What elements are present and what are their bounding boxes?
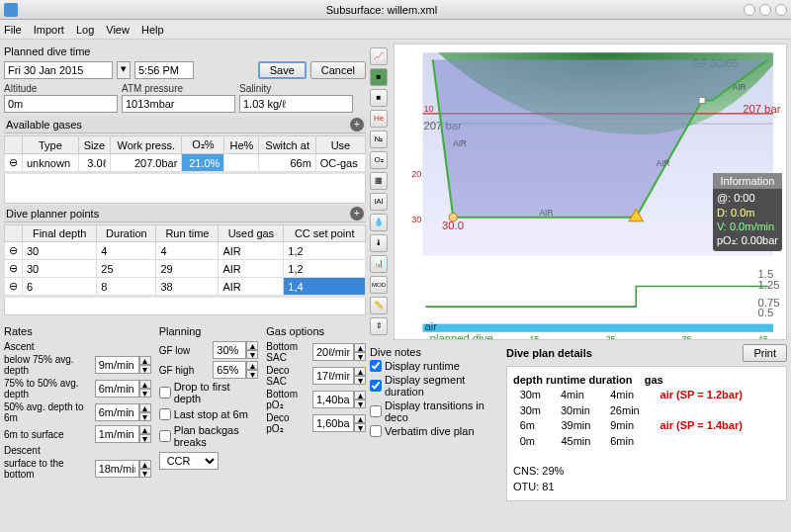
tool-tissues-icon[interactable]: lAl	[370, 193, 388, 211]
disp-runtime-checkbox[interactable]	[370, 360, 382, 372]
tool-pn2-icon[interactable]: ■	[370, 89, 388, 107]
table-row[interactable]: ⊖302529AIR1,2	[5, 260, 366, 278]
th-size[interactable]: Size	[78, 136, 111, 154]
rate4-input[interactable]	[95, 425, 139, 443]
th-gas[interactable]: Used gas	[219, 225, 284, 242]
rate2-input[interactable]	[95, 380, 139, 398]
ascent-label: Ascent	[4, 341, 151, 352]
svg-text:15: 15	[529, 334, 539, 339]
svg-text:0.5: 0.5	[758, 307, 774, 318]
mode-select[interactable]: CCR	[159, 452, 219, 470]
svg-text:AIR: AIR	[733, 83, 747, 92]
chart-toolbar: 📈 ■ ■ He N₂ O₂ ▦ lAl 💧 🌡 📊 MOD 📏 ⇕	[370, 44, 390, 340]
th-wp[interactable]: Work press.	[111, 136, 182, 154]
menu-file[interactable]: File	[4, 24, 22, 36]
save-button[interactable]: Save	[258, 61, 307, 79]
th-o2[interactable]: O₂%	[182, 136, 224, 154]
add-gas-button[interactable]: +	[350, 118, 364, 132]
bsac-input[interactable]	[312, 343, 354, 361]
rate5-label: surface to the bottom	[4, 458, 91, 480]
rate3-label: 50% avg. depth to 6m	[4, 401, 91, 423]
tool-mod-icon[interactable]: MOD	[370, 276, 388, 294]
menu-import[interactable]: Import	[34, 24, 64, 36]
th-cc[interactable]: CC set point	[284, 225, 366, 242]
table-row[interactable]: ⊖ unknown 3.0ℓ 207.0bar 21.0% 66m OC-gas	[5, 154, 366, 172]
bpo2-input[interactable]	[312, 391, 354, 408]
delete-row-icon[interactable]: ⊖	[5, 242, 23, 260]
th-he[interactable]: He%	[224, 136, 259, 154]
delete-row-icon[interactable]: ⊖	[5, 154, 23, 172]
th-switch[interactable]: Switch at	[259, 136, 315, 154]
th-depth[interactable]: Final depth	[23, 225, 97, 242]
th-dur[interactable]: Duration	[97, 225, 156, 242]
svg-rect-23	[422, 324, 773, 332]
gflow-input[interactable]	[213, 341, 246, 359]
dive-profile-chart[interactable]: GF 30/65 10 207 bar 207 bar 20 30 30.0 A…	[394, 44, 787, 340]
svg-text:45: 45	[758, 334, 768, 339]
descent-label: Descent	[4, 445, 151, 456]
disp-transitions-checkbox[interactable]	[370, 405, 382, 417]
menu-log[interactable]: Log	[76, 24, 94, 36]
svg-text:AIR: AIR	[540, 209, 554, 218]
delete-row-icon[interactable]: ⊖	[5, 278, 23, 296]
bpo2-label: Bottom pO₂	[266, 389, 308, 410]
cancel-button[interactable]: Cancel	[310, 61, 366, 79]
th-type[interactable]: Type	[23, 136, 79, 154]
svg-text:30.0: 30.0	[442, 220, 464, 231]
maximize-icon[interactable]	[759, 4, 771, 16]
tool-o2-icon[interactable]: O₂	[370, 151, 388, 169]
delete-row-icon[interactable]: ⊖	[5, 260, 23, 278]
th-use[interactable]: Use	[315, 136, 365, 154]
tool-hr-icon[interactable]: 💧	[370, 214, 388, 231]
tool-phe-icon[interactable]: He	[370, 110, 388, 128]
table-row[interactable]: ⊖3044AIR1,2	[5, 242, 366, 260]
app-icon	[4, 3, 18, 17]
svg-text:10: 10	[423, 104, 433, 114]
rate1-input[interactable]	[95, 356, 139, 374]
tool-ruler-icon[interactable]: 📏	[370, 297, 388, 314]
backgas-checkbox[interactable]	[159, 430, 171, 442]
svg-text:207 bar: 207 bar	[743, 103, 781, 115]
verbatim-checkbox[interactable]	[370, 425, 382, 437]
salinity-input[interactable]	[239, 95, 353, 113]
points-table: Final depth Duration Run time Used gas C…	[4, 224, 366, 296]
menu-help[interactable]: Help	[141, 24, 164, 36]
menubar: File Import Log View Help	[0, 20, 791, 40]
tool-po2-icon[interactable]: ■	[370, 68, 388, 86]
svg-text:AIR: AIR	[453, 139, 467, 148]
tool-temp-icon[interactable]: 🌡	[370, 234, 388, 252]
time-input[interactable]	[134, 61, 194, 79]
rates-label: Rates	[4, 325, 151, 337]
atm-input[interactable]	[122, 95, 235, 113]
close-icon[interactable]	[775, 4, 787, 16]
drop-checkbox[interactable]	[159, 387, 171, 399]
dsac-input[interactable]	[312, 367, 354, 385]
print-button[interactable]: Print	[743, 344, 787, 362]
minimize-icon[interactable]	[744, 4, 755, 16]
menu-view[interactable]: View	[106, 24, 130, 36]
rate1-label: below 75% avg. depth	[4, 354, 91, 376]
tool-ead-icon[interactable]: 📊	[370, 255, 388, 273]
altitude-input[interactable]	[4, 95, 118, 113]
th-run[interactable]: Run time	[156, 225, 219, 242]
rate3-input[interactable]	[95, 403, 139, 421]
date-input[interactable]	[4, 61, 113, 79]
add-point-button[interactable]: +	[350, 207, 364, 221]
disp-segment-checkbox[interactable]	[370, 380, 382, 392]
last6-checkbox[interactable]	[159, 408, 171, 420]
dive-notes-label: Dive notes	[370, 346, 498, 358]
date-dropdown-icon[interactable]: ▾	[117, 61, 131, 79]
tool-scale-icon[interactable]: ⇕	[370, 317, 388, 335]
gfhigh-input[interactable]	[213, 361, 246, 379]
dsac-label: Deco SAC	[266, 365, 308, 387]
dpo2-input[interactable]	[312, 414, 354, 432]
tool-n2-icon[interactable]: N₂	[370, 131, 388, 148]
planned-dive-time-label: Planned dive time	[4, 45, 366, 57]
tool-profile-icon[interactable]: 📈	[370, 47, 388, 65]
rate5-input[interactable]	[95, 460, 139, 478]
table-row[interactable]: ⊖6838AIR1,4	[5, 278, 366, 296]
dpo2-label: Deco pO₂	[266, 412, 308, 434]
bsac-label: Bottom SAC	[266, 341, 308, 363]
svg-text:20: 20	[411, 169, 421, 179]
tool-ceiling-icon[interactable]: ▦	[370, 172, 388, 190]
